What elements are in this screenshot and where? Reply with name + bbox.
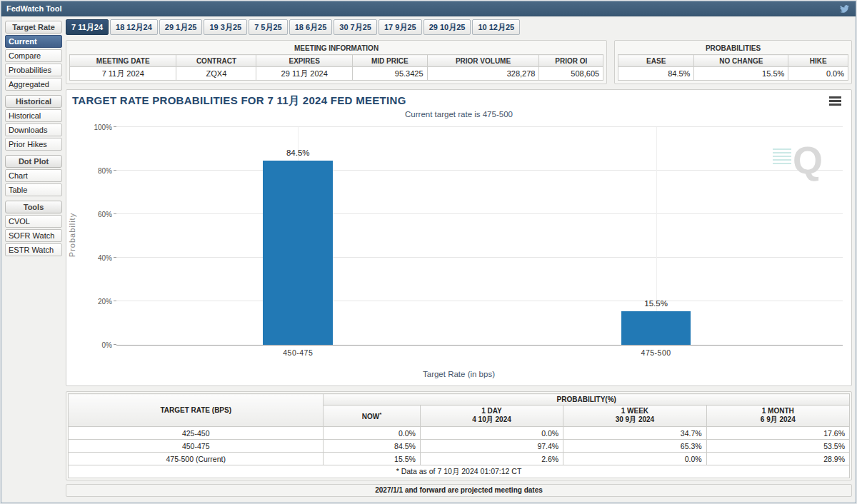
y-tick: 20% xyxy=(98,298,112,306)
sidebar-item-downloads[interactable]: Downloads xyxy=(5,124,62,136)
chart-title: TARGET RATE PROBABILITIES FOR 7 11月 2024… xyxy=(72,94,846,108)
bar-475-500[interactable] xyxy=(621,311,691,345)
meeting-information-row: 7 11月 2024 ZQX4 29 11月 2024 95.3425 328,… xyxy=(70,67,603,81)
no-change-value: 15.5% xyxy=(694,67,788,81)
y-tick-mark xyxy=(114,301,116,301)
probability-table: TARGET RATE (BPS) PROBABILITY(%) NOW* 1 … xyxy=(68,393,850,478)
col-hike: HIKE xyxy=(788,55,848,67)
col-no-change: NO CHANGE xyxy=(694,55,788,67)
sidebar-item-estr-watch[interactable]: ESTR Watch xyxy=(5,243,62,256)
week-cell: 34.7% xyxy=(563,427,706,440)
col-prior-oi: PRIOR OI xyxy=(539,55,603,67)
sidebar-item-prior-hikes[interactable]: Prior Hikes xyxy=(5,138,62,151)
chart-menu-icon[interactable] xyxy=(829,96,841,106)
now-cell: 15.5% xyxy=(324,453,420,465)
table-row-450-475: 450-475 84.5% 97.4% 65.3% 53.5% xyxy=(69,440,850,453)
x-tick-475-500: 475-500 xyxy=(641,348,671,357)
tab-meeting-date-9[interactable]: 10 12月25 xyxy=(472,19,520,35)
tab-meeting-date-0[interactable]: 7 11月24 xyxy=(66,19,109,35)
tab-meeting-date-5[interactable]: 18 6月25 xyxy=(289,19,333,35)
meeting-date-value: 7 11月 2024 xyxy=(70,67,176,81)
col-expires: EXPIRES xyxy=(256,55,352,67)
meeting-information-panel: MEETING INFORMATION MEETING DATE CONTRAC… xyxy=(66,40,607,84)
main-area: 7 11月24 18 12月24 29 1月25 19 3月25 7 5月25 … xyxy=(66,19,852,500)
col-meeting-date: MEETING DATE xyxy=(70,55,176,67)
tab-meeting-date-1[interactable]: 18 12月24 xyxy=(110,19,158,35)
sidebar-item-current[interactable]: Current xyxy=(5,35,62,48)
sidebar-item-chart[interactable]: Chart xyxy=(5,169,62,182)
y-tick-mark xyxy=(114,344,116,345)
sidebar-item-compare[interactable]: Compare xyxy=(5,49,62,62)
hike-value: 0.0% xyxy=(788,67,848,81)
plot-area: Probability 0% 20% 40% xyxy=(116,127,843,346)
target-rate-cell: 450-475 xyxy=(69,440,324,453)
col-target-rate-bps: TARGET RATE (BPS) xyxy=(69,394,324,427)
sidebar-item-cvol[interactable]: CVOL xyxy=(5,215,62,228)
data-as-of-note: * Data as of 7 10月 2024 01:07:12 CT xyxy=(69,465,850,478)
sidebar-item-historical[interactable]: Historical xyxy=(5,109,62,122)
gridline xyxy=(116,213,843,214)
gridline xyxy=(116,257,843,258)
ease-value: 84.5% xyxy=(618,67,694,81)
data-as-of-row: * Data as of 7 10月 2024 01:07:12 CT xyxy=(69,465,850,478)
probability-table-panel: TARGET RATE (BPS) PROBABILITY(%) NOW* 1 … xyxy=(66,391,852,480)
twitter-icon[interactable] xyxy=(839,4,850,14)
bar-value-475-500: 15.5% xyxy=(607,299,706,308)
table-row-425-450: 425-450 0.0% 0.0% 34.7% 17.6% xyxy=(69,427,850,440)
probabilities-summary-row: 84.5% 15.5% 0.0% xyxy=(618,67,848,81)
y-tick-mark xyxy=(114,170,116,171)
sidebar-item-sofr-watch[interactable]: SOFR Watch xyxy=(5,229,62,242)
meeting-information-table: MEETING DATE CONTRACT EXPIRES MID PRICE … xyxy=(69,54,603,81)
week-cell: 0.0% xyxy=(563,453,706,465)
col-ease: EASE xyxy=(618,55,694,67)
target-rate-cell: 425-450 xyxy=(69,427,324,440)
bar-450-475[interactable] xyxy=(263,161,333,345)
sidebar: Target Rate Current Compare Probabilitie… xyxy=(4,19,66,500)
tab-meeting-date-2[interactable]: 29 1月25 xyxy=(159,19,203,35)
prior-oi-value: 508,605 xyxy=(539,67,603,81)
gridline xyxy=(116,170,843,171)
x-axis-label: Target Rate (in bps) xyxy=(66,370,851,378)
probabilities-title: PROBABILITIES xyxy=(618,43,848,54)
y-tick: 100% xyxy=(94,124,112,131)
tab-meeting-date-4[interactable]: 7 5月25 xyxy=(249,19,288,35)
tab-meeting-date-7[interactable]: 17 9月25 xyxy=(379,19,422,35)
meeting-date-tabs: 7 11月24 18 12月24 29 1月25 19 3月25 7 5月25 … xyxy=(66,19,852,35)
y-tick: 80% xyxy=(98,167,112,175)
tab-meeting-date-6[interactable]: 30 7月25 xyxy=(334,19,377,35)
sidebar-item-table[interactable]: Table xyxy=(5,183,62,196)
y-tick: 40% xyxy=(98,254,112,262)
chart-subtitle: Current target rate is 475-500 xyxy=(72,110,846,119)
gridline xyxy=(116,126,843,127)
now-cell: 84.5% xyxy=(324,440,420,453)
app-title: FedWatch Tool xyxy=(6,4,62,13)
tab-meeting-date-8[interactable]: 29 10月25 xyxy=(424,19,471,35)
y-tick-mark xyxy=(114,257,116,258)
col-now: NOW* xyxy=(324,405,420,427)
col-1-week: 1 WEEK30 9月 2024 xyxy=(563,405,706,427)
fedwatch-app: FedWatch Tool Target Rate Current Compar… xyxy=(1,1,856,503)
title-bar: FedWatch Tool xyxy=(1,1,856,16)
y-axis-label: Probability xyxy=(68,192,76,278)
col-contract: CONTRACT xyxy=(176,55,256,67)
y-tick: 60% xyxy=(98,211,112,218)
group-header-probability: PROBABILITY(%) xyxy=(324,394,850,405)
bar-slot-475-500: 15.5% xyxy=(621,127,691,345)
day-cell: 97.4% xyxy=(420,440,563,453)
sidebar-item-aggregated[interactable]: Aggregated xyxy=(5,78,62,91)
sidebar-item-probabilities[interactable]: Probabilities xyxy=(5,64,62,76)
day-cell: 2.6% xyxy=(420,453,563,465)
week-cell: 65.3% xyxy=(563,440,706,453)
col-prior-volume: PRIOR VOLUME xyxy=(427,55,539,67)
col-1-month: 1 MONTH6 9月 2024 xyxy=(706,405,849,427)
y-tick-mark xyxy=(114,126,116,127)
meeting-information-title: MEETING INFORMATION xyxy=(69,43,603,54)
probabilities-summary-table: EASE NO CHANGE HIKE 84.5% 15.5% 0.0% xyxy=(618,54,848,81)
table-row-475-500-current: 475-500 (Current) 15.5% 2.6% 0.0% 28.9% xyxy=(69,453,850,465)
sidebar-header-target-rate: Target Rate xyxy=(5,21,62,34)
month-cell: 17.6% xyxy=(706,427,849,440)
target-rate-cell: 475-500 (Current) xyxy=(69,453,324,465)
sidebar-header-dot-plot: Dot Plot xyxy=(5,155,62,168)
col-mid-price: MID PRICE xyxy=(352,55,427,67)
tab-meeting-date-3[interactable]: 19 3月25 xyxy=(204,19,247,35)
